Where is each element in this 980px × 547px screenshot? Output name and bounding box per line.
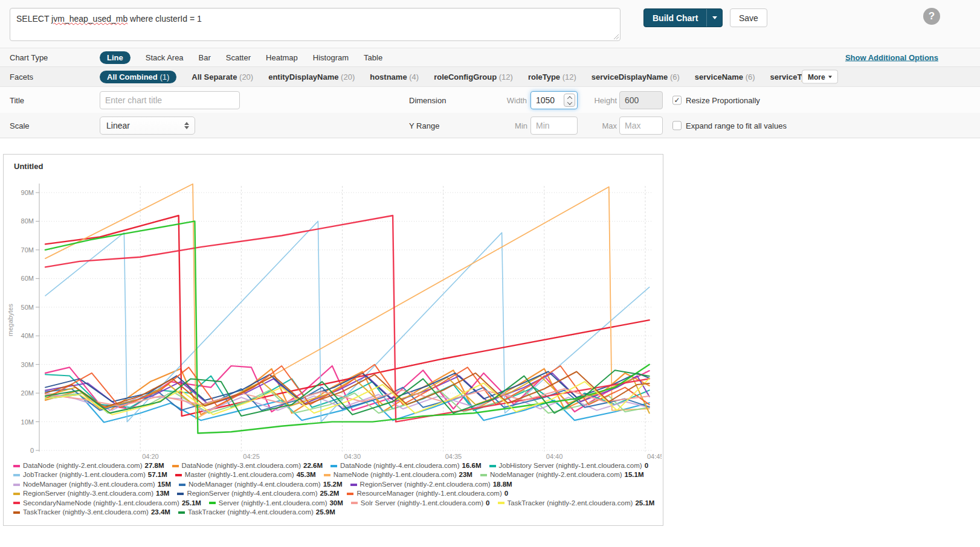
facet-option[interactable]: entityDisplayName (20) [268,72,355,82]
scale-select[interactable]: Linear [100,117,195,135]
legend-series-value: 0 [486,499,489,508]
facets-more-button[interactable]: More [802,70,838,84]
legend-item[interactable]: Solr Server (nightly-1.ent.cloudera.com)… [351,499,490,508]
legend-item[interactable]: RegionServer (nightly-3.ent.cloudera.com… [13,489,169,498]
chart-type-tab[interactable]: Scatter [226,53,251,62]
build-chart-dropdown[interactable] [706,9,722,27]
query-row: SELECT jvm_heap_used_mb where clusterId … [0,0,980,48]
legend-item[interactable]: JobHistory Server (nightly-1.ent.clouder… [489,461,649,470]
resize-proportionally-checkbox[interactable]: ✓ [672,95,682,104]
facets-label: Facets [10,72,33,82]
query-metric: jvm_heap_used_mb [51,14,127,24]
min-label: Min [480,121,527,130]
legend-swatch [177,493,184,495]
legend-item[interactable]: RegionServer (nightly-4.ent.cloudera.com… [177,489,339,498]
chart-title-input[interactable] [100,91,240,109]
legend-series-value: 30M [329,499,343,508]
y-tick-label: 10M [21,418,34,426]
chart-type-tab[interactable]: Table [364,53,382,62]
select-arrows-icon [184,122,189,129]
legend-series-value: 0 [645,461,648,470]
chevron-down-icon [828,75,832,78]
legend-item[interactable]: DataNode (nightly-3.ent.cloudera.com)22.… [172,461,323,470]
legend-swatch [330,465,337,467]
facet-option[interactable]: All Combined (1) [100,71,176,83]
legend-series-value: 22.6M [303,461,323,470]
legend-swatch [480,474,487,476]
legend-series-value: 45.3M [297,470,316,479]
facet-option[interactable]: roleType (12) [528,72,576,82]
legend-item[interactable]: RegionServer (nightly-2.ent.cloudera.com… [350,480,512,489]
chart-type-tab[interactable]: Line [100,51,131,64]
legend-swatch [351,502,358,504]
query-text-suffix: where clusterId = 1 [127,14,202,24]
legend-item[interactable]: TaskTracker (nightly-3.ent.cloudera.com)… [13,508,170,517]
build-chart-button[interactable]: Build Chart [643,8,723,27]
title-label: Title [10,95,24,104]
build-chart-label: Build Chart [644,9,706,27]
legend-item[interactable]: JobTracker (nightly-1.ent.cloudera.com)5… [13,470,167,479]
legend-item[interactable]: DataNode (nightly-2.ent.cloudera.com)27.… [13,461,164,470]
legend-series-name: NodeManager (nightly-2.ent.cloudera.com) [490,470,622,479]
query-input[interactable]: SELECT jvm_heap_used_mb where clusterId … [10,8,621,41]
expand-range-checkbox[interactable] [672,121,682,130]
help-glyph: ? [929,10,935,22]
legend-swatch [178,511,185,514]
chart-plot[interactable]: 010M20M30M40M50M60M70M80M90M04:2004:2504… [5,175,662,459]
height-input[interactable] [619,91,663,109]
legend-item[interactable]: DataNode (nightly-4.ent.cloudera.com)16.… [330,461,482,470]
legend-series-name: RegionServer (nightly-4.ent.cloudera.com… [187,489,317,498]
facet-option[interactable]: roleConfigGroup (12) [434,72,513,82]
facet-option[interactable]: hostname (4) [370,72,419,82]
legend-item[interactable]: NodeManager (nightly-4.ent.cloudera.com)… [179,480,343,489]
title-dimension-row: Title Dimension Width Height ✓ Resize Pr… [0,87,980,113]
chart-title: Untitled [14,162,43,171]
legend-item[interactable]: TaskTracker (nightly-4.ent.cloudera.com)… [178,508,335,517]
chart-card: Untitled 010M20M30M40M50M60M70M80M90M04:… [3,154,663,526]
legend-series-value: 25.1M [182,499,201,508]
chart-type-tab[interactable]: Bar [199,53,211,62]
y-tick-label: 70M [21,246,34,254]
y-axis-title: megabytes [7,304,14,336]
width-stepper[interactable] [564,94,575,107]
legend-item[interactable]: TaskTracker (nightly-2.ent.cloudera.com)… [498,499,655,508]
legend-series-name: Server (nightly-1.ent.cloudera.com) [219,499,327,508]
dimension-label: Dimension [409,95,446,104]
chart-legend: DataNode (nightly-2.ent.cloudera.com)27.… [13,461,655,517]
save-button[interactable]: Save [730,8,767,27]
legend-series-value: 0 [505,489,508,498]
y-tick-label: 0 [30,447,34,454]
facet-option[interactable]: All Separate (20) [192,72,253,82]
y-tick-label: 40M [21,332,34,339]
x-tick-label: 04:25 [243,453,260,459]
ymin-input[interactable] [530,117,578,135]
legend-series-name: NodeManager (nightly-3.ent.cloudera.com) [23,480,155,489]
ymax-input[interactable] [619,117,663,135]
scale-label: Scale [10,121,30,130]
chart-type-row: Chart Type LineStack AreaBarScatterHeatm… [0,48,980,67]
legend-item[interactable]: Server (nightly-1.ent.cloudera.com)30M [209,499,343,508]
chart-type-tab[interactable]: Stack Area [146,53,184,62]
help-icon[interactable]: ? [923,8,940,25]
facet-option[interactable]: serviceName (6) [695,72,755,82]
legend-series-name: RegionServer (nightly-2.ent.cloudera.com… [360,480,491,489]
legend-series-value: 15.1M [625,470,644,479]
legend-series-value: 16.6M [462,461,482,470]
chevron-down-icon [712,16,717,19]
chart-type-tab[interactable]: Heatmap [266,53,298,62]
legend-item[interactable]: NodeManager (nightly-2.ent.cloudera.com)… [480,470,644,479]
legend-item[interactable]: Master (nightly-1.ent.cloudera.com)45.3M [175,470,316,479]
y-tick-label: 20M [21,389,34,397]
legend-item[interactable]: ResourceManager (nightly-1.ent.cloudera.… [347,489,508,498]
legend-series-value: 15M [158,480,171,489]
chart-type-tab[interactable]: Histogram [313,53,349,62]
legend-series-value: 25.2M [320,489,339,498]
show-additional-options-link[interactable]: Show Additional Options [845,53,938,62]
legend-swatch [347,493,353,495]
facet-option[interactable]: serviceDisplayName (6) [592,72,680,82]
legend-item[interactable]: NodeManager (nightly-3.ent.cloudera.com)… [13,480,171,489]
legend-item[interactable]: SecondaryNameNode (nightly-1.ent.clouder… [13,499,201,508]
textarea-resize-grip[interactable] [613,33,619,39]
chart-builder-page: { "query": { "prefix": "SELECT ", "metri… [0,0,980,547]
legend-item[interactable]: NameNode (nightly-1.ent.cloudera.com)23M [324,470,472,479]
